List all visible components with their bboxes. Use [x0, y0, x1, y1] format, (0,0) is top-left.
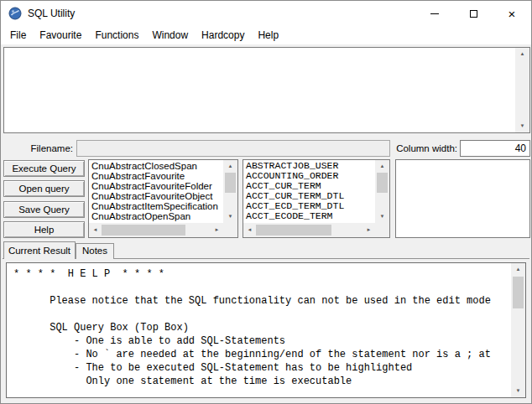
- window-title: SQL Utility: [28, 8, 75, 19]
- app-icon: [8, 7, 22, 20]
- column-width-input[interactable]: [460, 140, 530, 157]
- result-line: Only one statement at the time is execut…: [13, 375, 511, 388]
- titlebar[interactable]: SQL Utility ×: [1, 1, 531, 26]
- list-item[interactable]: CnuAbstractFavourite: [91, 171, 223, 181]
- result-line: - No ` are needed at the beginning/end o…: [13, 348, 511, 361]
- scroll-down-icon[interactable]: ▼: [223, 210, 237, 223]
- scroll-right-icon[interactable]: ►: [362, 223, 375, 237]
- scrollbar-corner: [223, 223, 237, 237]
- scrollbar-thumb[interactable]: [256, 225, 331, 236]
- tab-current-result[interactable]: Current Result: [3, 241, 76, 259]
- scrollbar-thumb[interactable]: [102, 225, 185, 236]
- result-vscrollbar[interactable]: ▲ ▼: [511, 263, 525, 397]
- maximize-button[interactable]: [454, 1, 493, 26]
- menu-help[interactable]: Help: [251, 27, 285, 44]
- result-line: * * * * H E L P * * * *: [13, 267, 511, 281]
- columns-listbox[interactable]: [395, 159, 530, 238]
- close-icon: ×: [509, 8, 516, 20]
- minimize-icon: [430, 13, 439, 14]
- result-line: SQL Query Box (Top Box): [13, 321, 511, 334]
- table-listbox: ABSTRACTJOB_USER ACCOUNTING_ORDER ACCT_C…: [243, 159, 390, 238]
- scroll-up-icon[interactable]: ▲: [515, 48, 529, 60]
- menu-hardcopy[interactable]: Hardcopy: [195, 27, 251, 44]
- sql-utility-window: SQL Utility × File Favourite Functions W…: [0, 0, 532, 404]
- scroll-down-icon[interactable]: ▼: [375, 210, 389, 223]
- scrollbar-corner: [375, 223, 389, 237]
- scrollbar-thumb[interactable]: [377, 173, 388, 193]
- menu-window[interactable]: Window: [145, 27, 195, 44]
- scroll-left-icon[interactable]: ◄: [89, 223, 102, 237]
- scrollbar-thumb[interactable]: [225, 173, 236, 193]
- list-item[interactable]: CnuAbstractFavouriteObject: [91, 191, 223, 201]
- scroll-left-icon[interactable]: ◄: [243, 223, 256, 237]
- help-button[interactable]: Help: [3, 221, 85, 238]
- menubar: File Favourite Functions Window Hardcopy…: [1, 26, 531, 44]
- result-line: Please notice that the SQL functionality…: [13, 294, 511, 308]
- result-box: * * * * H E L P * * * * Please notice th…: [6, 262, 526, 398]
- object-list-hscrollbar[interactable]: ◄ ►: [89, 223, 223, 237]
- column-width-label: Column width:: [387, 143, 457, 153]
- menu-file[interactable]: File: [3, 27, 33, 44]
- table-list-items: ABSTRACTJOB_USER ACCOUNTING_ORDER ACCT_C…: [243, 160, 375, 223]
- sql-query-input[interactable]: [4, 48, 515, 132]
- list-item[interactable]: CnuAbstractOpenSpan: [91, 211, 223, 221]
- result-line: [13, 308, 511, 321]
- menu-functions[interactable]: Functions: [88, 27, 145, 44]
- filename-input[interactable]: [76, 140, 390, 157]
- menu-favourite[interactable]: Favourite: [33, 27, 88, 44]
- scroll-down-icon[interactable]: ▼: [515, 120, 529, 132]
- scrollbar-thumb[interactable]: [513, 277, 524, 308]
- table-list-hscrollbar[interactable]: ◄ ►: [243, 223, 375, 237]
- query-scrollbar[interactable]: ▲ ▼: [515, 48, 529, 132]
- scroll-up-icon[interactable]: ▲: [375, 160, 389, 173]
- list-item[interactable]: CnuAbstractClosedSpan: [91, 161, 223, 171]
- save-query-button[interactable]: Save Query: [3, 201, 85, 218]
- result-panel: * * * * H E L P * * * * Please notice th…: [3, 258, 529, 401]
- list-item[interactable]: CnuAbstractFavouriteFolder: [91, 181, 223, 191]
- result-line: - The to be executed SQL-Statement has t…: [13, 361, 511, 375]
- result-line: [13, 281, 511, 294]
- result-text: * * * * H E L P * * * * Please notice th…: [7, 263, 511, 397]
- tab-notes[interactable]: Notes: [76, 243, 114, 259]
- open-query-button[interactable]: Open query: [3, 180, 85, 197]
- maximize-icon: [470, 10, 477, 18]
- scroll-up-icon[interactable]: ▲: [223, 160, 237, 173]
- filename-label: Filename:: [26, 143, 73, 153]
- list-item[interactable]: ACCT_ECODE_TERM: [246, 211, 375, 221]
- scroll-up-icon[interactable]: ▲: [511, 263, 525, 276]
- object-list-vscrollbar[interactable]: ▲ ▼: [223, 160, 237, 223]
- object-list-items: CnuAbstractClosedSpan CnuAbstractFavouri…: [89, 160, 223, 223]
- table-list-vscrollbar[interactable]: ▲ ▼: [375, 160, 389, 223]
- minimize-button[interactable]: [415, 1, 454, 26]
- window-controls: ×: [415, 1, 531, 26]
- sql-query-box: ▲ ▼: [3, 47, 530, 133]
- close-button[interactable]: ×: [493, 1, 531, 26]
- scroll-right-icon[interactable]: ►: [211, 223, 223, 237]
- object-listbox: CnuAbstractClosedSpan CnuAbstractFavouri…: [88, 159, 238, 238]
- scroll-down-icon[interactable]: ▼: [511, 385, 525, 397]
- result-line: - One is able to add SQL-Statements: [13, 334, 511, 348]
- execute-query-button[interactable]: Execute Query: [3, 160, 85, 177]
- list-item[interactable]: CnuAbstractItemSpecification: [91, 201, 223, 211]
